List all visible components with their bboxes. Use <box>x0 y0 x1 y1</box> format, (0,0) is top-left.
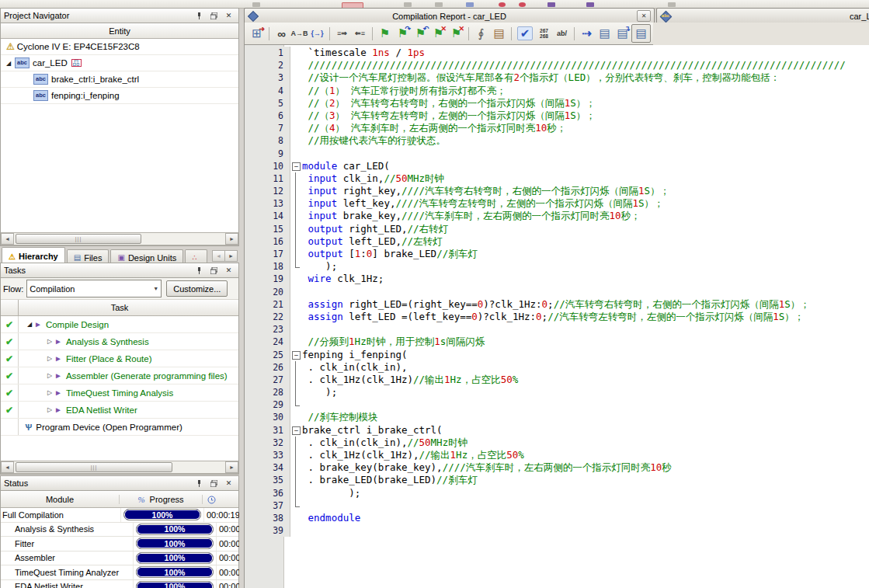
replace-icon[interactable]: A→B <box>290 25 308 42</box>
navigator-hscrollbar[interactable]: ◄ ||| ► <box>1 232 238 245</box>
code-line[interactable]: 1 `timescale 1ns / 1ps <box>245 47 869 59</box>
code-text[interactable]: ); <box>302 487 360 499</box>
view-doc-icon[interactable]: ▤ <box>596 25 614 42</box>
task-row[interactable]: ѰProgram Device (Open Programmer) <box>1 419 238 436</box>
code-line[interactable]: 30 //刹车控制模块 <box>245 411 869 423</box>
editor-window-titlebar[interactable]: abc car_LED <box>656 8 869 24</box>
fold-marker[interactable] <box>290 223 302 235</box>
tabs-scroll-left-icon[interactable]: ◄ <box>212 250 225 262</box>
scrollbar-thumb[interactable]: ||| <box>16 234 141 244</box>
goto-icon[interactable]: ⇢ <box>578 25 596 42</box>
annotation-icon[interactable]: ✔ <box>517 26 533 40</box>
scroll-right-icon[interactable]: ► <box>225 233 238 245</box>
code-text[interactable]: output left_LED,//左转灯 <box>302 235 443 248</box>
fold-marker[interactable] <box>290 260 302 273</box>
close-icon[interactable]: ✕ <box>637 10 651 22</box>
find-icon[interactable]: ∞ <box>273 25 290 42</box>
code-line[interactable]: 23 <box>245 323 869 336</box>
fold-marker[interactable] <box>290 197 302 210</box>
code-line[interactable]: 32 . clk_in(clk_in),//50MHz时钟 <box>245 437 869 449</box>
fold-marker[interactable] <box>290 386 302 398</box>
expand-closed-icon[interactable]: ▷ <box>45 389 54 396</box>
entity-row[interactable]: abcbrake_ctrl:i_brake_ctrl <box>1 71 238 88</box>
code-text[interactable]: //（1） 汽车正常行驶时所有指示灯都不亮； <box>302 85 506 97</box>
entity-row[interactable]: ⚠Cyclone IV E: EP4CE15F23C8 <box>1 39 238 55</box>
code-line[interactable]: 16 output left_LED,//左转灯 <box>245 235 869 248</box>
flow-dropdown[interactable]: Compilation ▼ <box>26 280 162 297</box>
bookmark-delete-icon[interactable]: ⚑✕ <box>429 25 447 42</box>
task-column-header[interactable]: Task <box>1 300 238 316</box>
code-text[interactable]: //用按键代表汽车的行驶状态。 <box>302 134 446 147</box>
code-text[interactable]: //设计一个汽车尾灯控制器。假设汽车尾部各有2个指示灯（LED），分别代表转弯、… <box>302 71 780 84</box>
macro-icon[interactable]: ▤ <box>490 25 508 42</box>
code-text[interactable]: input clk_in,//50MHz时钟 <box>302 172 444 185</box>
close-icon[interactable]: ✕ <box>222 10 235 22</box>
float-icon[interactable] <box>207 10 221 22</box>
fold-marker[interactable] <box>290 437 302 449</box>
pin-icon[interactable] <box>193 10 206 22</box>
code-line[interactable]: 4 //（1） 汽车正常行驶时所有指示灯都不亮； <box>245 85 869 97</box>
code-line[interactable]: 29 <box>245 398 869 411</box>
code-text[interactable]: input right_key,////汽车转弯右转弯时，右侧的一个指示灯闪烁（… <box>302 185 669 197</box>
code-text[interactable]: assign left_LED =(left_key==0)?clk_1Hz:0… <box>302 311 804 323</box>
scroll-right-icon[interactable]: ► <box>225 461 238 473</box>
code-line[interactable]: 15 output right_LED,//右转灯 <box>245 223 869 235</box>
pin-icon[interactable] <box>193 478 206 489</box>
scroll-left-icon[interactable]: ◄ <box>1 233 14 245</box>
code-text[interactable]: `timescale 1ns / 1ps <box>302 47 425 59</box>
code-line[interactable]: 14 input brake_key,////汽车刹车时，左右两侧的一个指示灯同… <box>245 210 869 222</box>
task-row[interactable]: ✔▷►Analysis & Synthesis <box>1 333 238 350</box>
code-line[interactable]: 13 input left_key,////汽车转弯左转弯时，左侧的一个指示灯闪… <box>245 197 869 210</box>
fold-marker[interactable] <box>290 172 302 185</box>
code-line[interactable]: 8 //用按键代表汽车的行驶状态。 <box>245 134 869 147</box>
code-text[interactable]: . clk_in(clk_in),//50MHz时钟 <box>302 437 468 449</box>
task-row[interactable]: ✔▷►Assembler (Generate programming files… <box>1 367 238 384</box>
code-line[interactable]: 10module car_LED( <box>245 160 869 172</box>
attachment-icon[interactable]: ∮ <box>472 25 490 42</box>
code-line[interactable]: 18 ); <box>245 260 869 273</box>
code-text[interactable]: brake_ctrl i_brake_ctrl( <box>302 424 443 437</box>
code-text[interactable]: wire clk_1Hz; <box>302 273 384 285</box>
code-editor[interactable]: 1 `timescale 1ns / 1ps2 ////////////////… <box>244 45 869 588</box>
code-line[interactable]: 35 . brake_LED(brake_LED)//刹车灯 <box>245 474 869 486</box>
code-line[interactable]: 7 //（4） 汽车刹车时，左右两侧的一个指示灯同时亮10秒； <box>245 122 869 134</box>
customize-button[interactable]: Customize... <box>166 280 228 297</box>
open-in-main-window-icon[interactable]: ⊞➜ <box>248 25 266 42</box>
bookmark-prev-icon[interactable]: ⚑↶ <box>412 25 429 42</box>
code-text[interactable]: endmodule <box>302 512 360 524</box>
code-text[interactable]: . brake_LED(brake_LED)//刹车灯 <box>302 474 478 486</box>
expand-closed-icon[interactable]: ▷ <box>45 372 54 379</box>
fold-marker[interactable] <box>290 210 302 222</box>
code-text[interactable]: . clk_in(clk_in), <box>302 361 407 374</box>
entity-column-header[interactable]: Entity <box>1 23 238 39</box>
code-line[interactable]: 3 //设计一个汽车尾灯控制器。假设汽车尾部各有2个指示灯（LED），分别代表转… <box>245 71 869 84</box>
entity-row[interactable]: abcfenping:i_fenping <box>1 88 238 104</box>
expand-closed-icon[interactable]: ▷ <box>45 355 54 362</box>
compilation-report-titlebar[interactable]: Compilation Report - car_LED ✕ <box>244 8 655 24</box>
task-row[interactable]: ✔▷►Fitter (Place & Route) <box>1 350 238 367</box>
code-line[interactable]: 11 input clk_in,//50MHz时钟 <box>245 172 869 185</box>
scrollbar-thumb[interactable]: ||| <box>16 462 172 472</box>
code-line[interactable]: 26 . clk_in(clk_in), <box>245 361 869 374</box>
code-line[interactable]: 9 <box>245 148 869 160</box>
code-text[interactable]: //分频到1Hz时钟，用于控制1s间隔闪烁 <box>302 336 485 348</box>
module-column-header[interactable]: Module <box>1 495 120 504</box>
code-line[interactable]: 12 input right_key,////汽车转弯右转弯时，右侧的一个指示灯… <box>245 185 869 197</box>
scroll-left-icon[interactable]: ◄ <box>1 461 14 473</box>
code-text[interactable]: fenping i_fenping( <box>302 349 407 361</box>
fold-marker[interactable] <box>290 374 302 386</box>
code-line[interactable]: 21 assign right_LED=(right_key==0)?clk_1… <box>245 298 869 311</box>
task-row[interactable]: ✔◢►Compile Design <box>1 316 238 333</box>
bookmark-delete-all-icon[interactable]: ⚑✕ <box>447 25 465 42</box>
case-icon[interactable]: ab/ <box>553 25 571 42</box>
tasks-hscrollbar[interactable]: ◄ ||| ► <box>1 461 238 474</box>
code-line[interactable]: 28 ); <box>245 386 869 398</box>
code-text[interactable]: module car_LED( <box>302 160 390 172</box>
code-line[interactable]: 6 //（3） 汽车转弯左转弯时，左侧的一个指示灯闪烁（间隔1S）； <box>245 110 869 122</box>
fold-marker[interactable] <box>290 449 302 461</box>
progress-column-header[interactable]: %Progress <box>120 495 203 504</box>
code-text[interactable]: input left_key,////汽车转弯左转弯时，左侧的一个指示灯闪烁（间… <box>302 197 664 210</box>
code-text[interactable]: //（3） 汽车转弯左转弯时，左侧的一个指示灯闪烁（间隔1S）； <box>302 110 596 122</box>
view-doc-active-icon[interactable]: ▤ <box>631 24 651 43</box>
fold-marker[interactable] <box>290 349 302 361</box>
